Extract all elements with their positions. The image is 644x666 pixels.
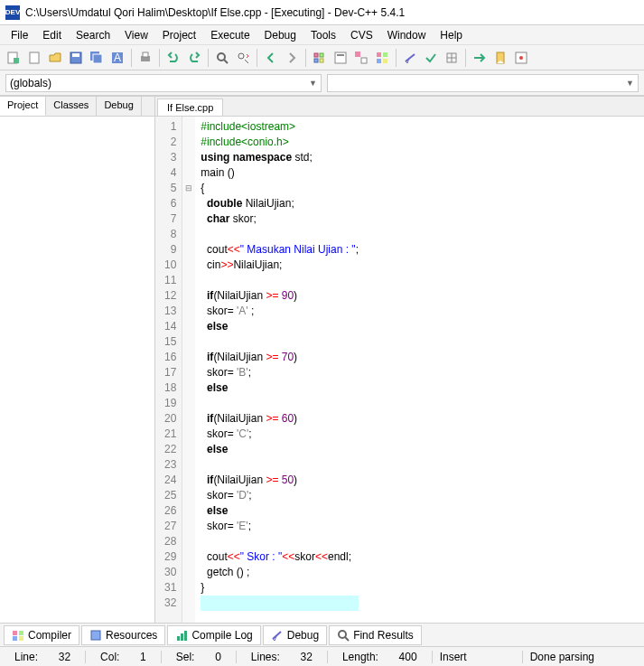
debug-icon[interactable]	[400, 48, 420, 68]
svg-rect-21	[361, 58, 367, 63]
chevron-down-icon: ▼	[626, 79, 634, 88]
project-tabs: ProjectClassesDebug	[0, 97, 154, 117]
menu-search[interactable]: Search	[69, 27, 117, 43]
svg-rect-25	[383, 59, 387, 63]
redo-icon[interactable]	[184, 48, 204, 68]
status-line: Line: 32	[0, 651, 86, 663]
chevron-down-icon: ▼	[309, 79, 317, 88]
code-area[interactable]: #include<iostream>#include<conio.h>using…	[195, 117, 364, 623]
svg-rect-18	[335, 52, 346, 63]
stop-icon[interactable]	[421, 48, 441, 68]
options-icon[interactable]	[511, 48, 531, 68]
svg-text:A: A	[114, 52, 121, 64]
open-icon[interactable]	[45, 48, 65, 68]
compile-icon[interactable]	[310, 48, 330, 68]
left-tab-debug[interactable]: Debug	[97, 97, 141, 116]
scope-value: (globals)	[10, 77, 51, 89]
output-tab-compile-log[interactable]: Compile Log	[167, 625, 260, 645]
save-as-icon[interactable]: A	[107, 48, 127, 68]
output-tab-compiler[interactable]: Compiler	[4, 625, 79, 645]
print-icon[interactable]	[135, 48, 155, 68]
rebuild-icon[interactable]	[372, 48, 392, 68]
svg-point-13	[238, 53, 244, 59]
svg-rect-14	[314, 53, 318, 57]
svg-line-12	[224, 60, 228, 63]
menu-file[interactable]: File	[4, 27, 35, 43]
project-panel: ProjectClassesDebug	[0, 97, 155, 623]
find-icon[interactable]	[212, 48, 232, 68]
profile-icon[interactable]	[442, 48, 462, 68]
line-gutter: 1234567891011121314151617181920212223242…	[155, 117, 182, 623]
svg-rect-24	[377, 59, 381, 63]
svg-rect-34	[13, 636, 17, 641]
scope-dropdown[interactable]: (globals) ▼	[5, 74, 322, 92]
member-dropdown[interactable]: ▼	[327, 74, 639, 92]
app-icon: DEV	[5, 5, 20, 20]
output-tab-find-results[interactable]: Find Results	[329, 625, 422, 645]
undo-icon[interactable]	[163, 48, 183, 68]
fold-gutter[interactable]: ⊟	[182, 117, 195, 623]
svg-rect-33	[19, 631, 23, 635]
svg-rect-20	[355, 52, 360, 57]
editor-panel: If Else.cpp 1234567891011121314151617181…	[155, 97, 644, 623]
svg-point-40	[339, 631, 346, 638]
menu-help[interactable]: Help	[433, 27, 470, 43]
compile-run-icon[interactable]	[351, 48, 371, 68]
svg-rect-32	[13, 631, 17, 635]
replace-icon[interactable]	[233, 48, 253, 68]
svg-rect-22	[377, 52, 381, 57]
window-title: C:\Users\Umdatul Qori Halim\Desktop\If E…	[25, 6, 405, 19]
svg-rect-19	[337, 54, 344, 56]
status-bar: Line: 32 Col: 1 Sel: 0 Lines: 32 Length:…	[0, 646, 644, 666]
left-tab-classes[interactable]: Classes	[46, 97, 97, 116]
menu-window[interactable]: Window	[380, 27, 434, 43]
combo-bar: (globals) ▼ ▼	[0, 70, 644, 96]
save-icon[interactable]	[66, 48, 86, 68]
svg-point-11	[218, 53, 225, 61]
menu-project[interactable]: Project	[155, 27, 203, 43]
menu-debug[interactable]: Debug	[257, 27, 303, 43]
back-icon[interactable]	[261, 48, 281, 68]
status-sel: Sel: 0	[162, 651, 237, 663]
status-lines: Lines: 32	[237, 651, 328, 663]
output-tab-debug[interactable]: Debug	[263, 625, 327, 645]
goto-icon[interactable]	[470, 48, 490, 68]
document-tabs: If Else.cpp	[155, 97, 644, 117]
status-mode: Insert	[433, 651, 523, 663]
title-bar: DEV C:\Users\Umdatul Qori Halim\Desktop\…	[0, 0, 644, 25]
project-tree[interactable]	[0, 117, 154, 623]
svg-point-31	[519, 56, 523, 60]
menu-execute[interactable]: Execute	[203, 27, 257, 43]
svg-line-41	[345, 637, 349, 641]
menu-bar: FileEditSearchViewProjectExecuteDebugToo…	[0, 25, 644, 45]
code-editor[interactable]: 1234567891011121314151617181920212223242…	[155, 117, 644, 623]
save-all-icon[interactable]	[87, 48, 107, 68]
new-file-icon[interactable]	[24, 48, 44, 68]
menu-cvs[interactable]: CVS	[343, 27, 380, 43]
svg-rect-4	[72, 53, 79, 57]
status-length: Length: 400	[328, 651, 433, 663]
svg-rect-10	[143, 52, 148, 57]
svg-rect-39	[184, 631, 187, 641]
output-tab-resources[interactable]: Resources	[81, 625, 165, 645]
menu-tools[interactable]: Tools	[303, 27, 343, 43]
forward-icon[interactable]	[282, 48, 302, 68]
menu-edit[interactable]: Edit	[35, 27, 69, 43]
svg-rect-2	[30, 52, 39, 63]
bookmark-icon[interactable]	[490, 48, 510, 68]
run-icon[interactable]	[331, 48, 350, 68]
svg-rect-16	[314, 59, 318, 62]
menu-view[interactable]: View	[117, 27, 155, 43]
svg-rect-17	[320, 59, 323, 62]
svg-rect-36	[91, 631, 100, 640]
status-col: Col: 1	[86, 651, 162, 663]
status-state: Done parsing	[523, 651, 602, 663]
svg-rect-6	[93, 54, 102, 63]
svg-rect-15	[320, 53, 323, 57]
svg-rect-23	[383, 52, 387, 57]
svg-rect-1	[14, 58, 19, 63]
doc-tab[interactable]: If Else.cpp	[157, 98, 223, 116]
svg-rect-38	[181, 633, 183, 641]
left-tab-project[interactable]: Project	[0, 97, 46, 116]
new-project-icon[interactable]	[4, 48, 23, 68]
